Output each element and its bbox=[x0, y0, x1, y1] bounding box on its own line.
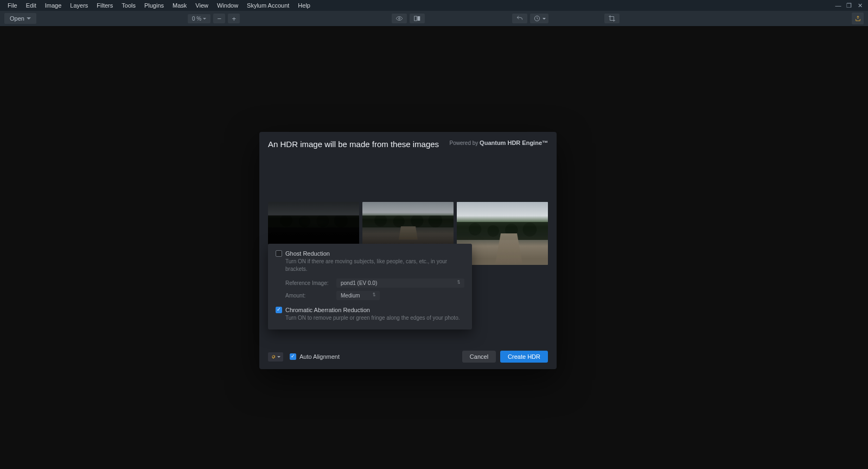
menubar: FileEditImageLayersFiltersToolsPluginsMa… bbox=[0, 0, 868, 11]
share-icon bbox=[854, 15, 861, 22]
zoom-dropdown[interactable]: 0 % bbox=[188, 14, 210, 23]
menu-layers[interactable]: Layers bbox=[66, 1, 92, 10]
reference-image-select[interactable]: pond1 (EV 0.0) bbox=[336, 278, 464, 288]
settings-toggle[interactable] bbox=[268, 352, 283, 362]
ghost-reduction-checkbox[interactable] bbox=[276, 250, 282, 257]
chromatic-aberration-label: Chromatic Aberration Reduction bbox=[285, 307, 370, 313]
menu-edit[interactable]: Edit bbox=[22, 1, 41, 10]
menu-plugins[interactable]: Plugins bbox=[140, 1, 168, 10]
svg-rect-2 bbox=[418, 16, 420, 21]
powered-by: Powered by Quantum HDR Engine™ bbox=[450, 140, 548, 146]
menu-help[interactable]: Help bbox=[293, 1, 315, 10]
open-button[interactable]: Open bbox=[4, 13, 36, 24]
close-icon[interactable]: ✕ bbox=[856, 2, 864, 9]
amount-label: Amount: bbox=[285, 293, 329, 299]
svg-rect-1 bbox=[414, 16, 417, 21]
settings-popover: Ghost Reduction Turn ON if there are mov… bbox=[268, 244, 472, 329]
compare-button[interactable] bbox=[410, 14, 425, 23]
bracket-thumbnail[interactable] bbox=[362, 202, 454, 244]
compare-icon bbox=[413, 15, 421, 22]
dialog-footer: Auto Alignment Cancel Create HDR bbox=[259, 346, 557, 369]
crop-icon bbox=[608, 15, 616, 22]
menu-window[interactable]: Window bbox=[213, 1, 242, 10]
auto-alignment-checkbox[interactable] bbox=[290, 353, 296, 360]
menu-tools[interactable]: Tools bbox=[117, 1, 140, 10]
ghost-reduction-label: Ghost Reduction bbox=[285, 250, 330, 257]
menu-file[interactable]: File bbox=[3, 1, 22, 10]
chromatic-aberration-description: Turn ON to remove purple or green fringe… bbox=[285, 314, 464, 322]
amount-select[interactable]: Medium bbox=[336, 291, 380, 300]
ghost-reduction-description: Turn ON if there are moving subjects, li… bbox=[285, 258, 464, 273]
undo-button[interactable] bbox=[512, 14, 527, 23]
menu-skylum-account[interactable]: Skylum Account bbox=[242, 1, 293, 10]
open-button-label: Open bbox=[10, 15, 24, 22]
bracket-thumbnail[interactable] bbox=[268, 202, 359, 244]
minimize-icon[interactable]: — bbox=[834, 2, 842, 9]
window-controls: — ❐ ✕ bbox=[834, 2, 865, 9]
auto-alignment-label: Auto Alignment bbox=[299, 353, 340, 360]
history-button[interactable] bbox=[530, 14, 548, 23]
zoom-value: 0 % bbox=[192, 16, 201, 22]
chevron-down-icon bbox=[542, 18, 546, 20]
gear-icon bbox=[271, 354, 276, 359]
preview-button[interactable] bbox=[392, 14, 407, 23]
svg-point-0 bbox=[399, 18, 400, 20]
cancel-button[interactable]: Cancel bbox=[462, 351, 496, 363]
dialog-title: An HDR image will be made from these ima… bbox=[268, 140, 439, 149]
crop-button[interactable] bbox=[604, 14, 620, 23]
menu-filters[interactable]: Filters bbox=[92, 1, 117, 10]
share-button[interactable] bbox=[852, 12, 864, 24]
toolbar: Open 0 % − + bbox=[0, 11, 868, 26]
menu-image[interactable]: Image bbox=[41, 1, 66, 10]
history-icon bbox=[533, 15, 541, 22]
zoom-in-button[interactable]: + bbox=[228, 14, 240, 23]
chromatic-aberration-checkbox[interactable] bbox=[276, 307, 282, 313]
create-hdr-button[interactable]: Create HDR bbox=[500, 351, 548, 363]
undo-icon bbox=[516, 15, 524, 22]
menu-mask[interactable]: Mask bbox=[168, 1, 191, 10]
reference-image-label: Reference Image: bbox=[285, 280, 329, 286]
zoom-out-button[interactable]: − bbox=[213, 14, 225, 23]
eye-icon bbox=[395, 15, 403, 22]
menu-view[interactable]: View bbox=[191, 1, 213, 10]
maximize-icon[interactable]: ❐ bbox=[845, 2, 853, 9]
